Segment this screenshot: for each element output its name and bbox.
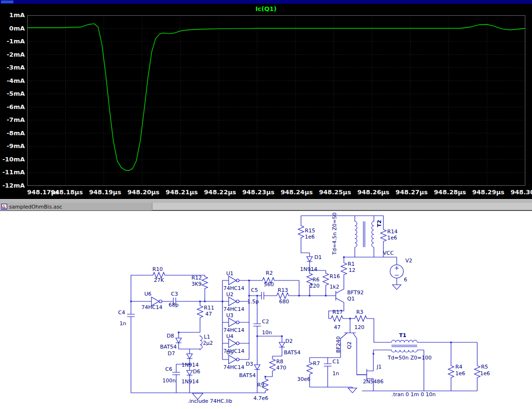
component-value: 2µ2 [203,340,213,346]
ground-icon[interactable] [348,388,357,393]
component-value: 220 [310,283,320,289]
pane-divider[interactable] [0,199,532,203]
schematic-drawing[interactable]: R15 1e6 R14 1e6 T2 Td=4.5n Z0=50 D1 1N91… [0,211,532,409]
y-axis-tick: -6mA [0,103,25,110]
y-axis-tick: 1mA [0,11,25,19]
main-window-titlebar[interactable] [0,0,532,4]
component-R7[interactable]: R7 30e6 [297,360,320,382]
component-U3[interactable]: U3 74HC14 [223,312,244,333]
component-C3[interactable]: C3 68p [169,291,180,308]
component-value: 2N5486 [363,379,383,385]
component-R12[interactable]: R12 3K9 [191,275,208,290]
component-value: 1n [332,370,339,377]
schematic-titlebar[interactable]: sampledOhmBis.asc [0,203,532,210]
component-R11[interactable]: R11 47 [197,304,214,319]
y-axis-tick: -1mA [0,38,25,45]
ground-icon[interactable] [392,285,401,289]
component-ref: C3 [171,291,178,297]
component-R8[interactable]: R8 470 [270,358,286,372]
component-R14[interactable]: R14 1e6 [381,228,398,243]
component-ref: J1 [376,364,381,370]
component-R15[interactable]: R15 1e6 [298,224,315,240]
component-ref: R17 [332,309,343,315]
net-label-vcc[interactable]: VCC [383,250,394,256]
component-R1[interactable]: R1 12 [341,261,355,276]
component-value: 74HC14 [223,285,244,291]
component-value: Td=4.5n Z0=50 [331,212,338,255]
component-R13[interactable]: R13 680 [275,287,290,305]
component-R16[interactable]: R16 1k2 [323,272,340,290]
component-C2[interactable]: C2 10n [253,319,272,336]
component-value: 100n [162,378,176,384]
y-axis-tick: -9mA [0,142,25,150]
schematic-canvas[interactable]: R15 1e6 R14 1e6 T2 Td=4.5n Z0=50 D1 1N91… [0,210,532,409]
component-ref: R1 [348,261,355,267]
component-ref: U5 [226,349,233,356]
component-value: 1e6 [455,370,465,377]
directive-include[interactable]: .include 74HC.lib [188,398,232,404]
component-R3[interactable]: R3 120 [353,309,368,330]
component-value: 74HC14 [223,327,244,333]
component-ref: U4 [226,333,233,339]
directive-tran[interactable]: .tran 0 1m 0 10n [391,391,436,398]
component-value: 1e6 [387,235,397,241]
component-ref: R12 [191,275,202,281]
y-axis-tick: -12mA [0,182,25,189]
component-value: 47 [205,311,212,317]
component-D1[interactable]: D1 1N914 [300,254,321,272]
component-ref: V2 [405,258,412,264]
component-D8[interactable]: D8 BAT54 [160,333,181,350]
component-ref: D7 [168,350,175,357]
x-axis-tick: 948.21µs [166,189,196,196]
component-ref: C4 [118,309,125,316]
component-value: 1e6 [480,370,490,377]
component-R6[interactable]: R6 220 [307,272,320,289]
component-ref: T1 [399,332,406,339]
component-value: 47 [334,324,341,330]
component-C6[interactable]: C6 100n [162,366,180,384]
x-axis-tick: 948.20µs [127,189,158,196]
component-R17[interactable]: R17 47 [330,309,344,330]
component-L1[interactable]: L1 2µ2 [200,334,213,350]
component-C4[interactable]: C4 1n [118,309,135,327]
component-R5[interactable]: R5 1e6 [474,364,490,379]
component-V2[interactable]: V2 6 [390,258,412,283]
component-value: 4.7e6 [253,395,268,401]
component-value: 74HC14 [141,304,162,310]
x-axis-tick: 948.22µs [204,189,234,196]
component-J1[interactable]: J1 2N5486 [357,364,383,391]
component-ref: R13 [278,287,288,293]
component-T2[interactable]: T2 Td=4.5n Z0=50 [331,212,382,255]
waveform-plot[interactable] [27,15,525,186]
component-R9[interactable]: R9 4.7e6 [253,378,268,401]
component-R2[interactable]: R2 560 [261,270,276,288]
titlebar-accent [1,0,13,3]
component-ref: C5 [251,287,258,293]
trace-title[interactable]: Ic(Q1) [0,5,532,12]
component-D2[interactable]: D2 BAT54 [279,338,301,356]
component-D6[interactable]: D6 1N914 [181,368,200,385]
component-ref: R8 [276,359,283,365]
plot-border [28,16,525,186]
component-T1[interactable]: T1 Td=50n Z0=100 [385,332,432,361]
x-axis-tick: 948.25µs [319,189,350,196]
component-value: 74HC14 [223,364,244,370]
y-axis-tick: -4mA [0,77,25,84]
x-axis-tick: 948.28µs [434,189,464,196]
component-U2[interactable]: U2 74HC14 [223,291,244,312]
component-value: 1k2 [330,284,339,290]
component-R4[interactable]: R4 1e6 [448,364,465,379]
schematic-tab[interactable]: sampledOhmBis.asc [0,203,152,210]
component-R10[interactable]: R10 27K [151,266,166,283]
component-U1[interactable]: U1 74HC14 [223,270,244,291]
component-U6[interactable]: U6 74HC14 [141,291,166,310]
component-value: 1.5p [247,299,259,305]
component-ref: Q1 [347,296,355,302]
component-C1[interactable]: C1 1n [324,359,340,377]
waveform-pane[interactable]: Ic(Q1) 1mA0mA-1mA-2mA-3mA-4mA-5mA-6mA-7m… [0,4,532,199]
component-value: 560 [264,281,274,288]
component-D7[interactable]: D7 1N914 [168,350,199,368]
y-axis-tick: -2mA [0,51,25,58]
component-value: 1e6 [305,234,315,240]
component-ref: R9 [257,382,264,388]
